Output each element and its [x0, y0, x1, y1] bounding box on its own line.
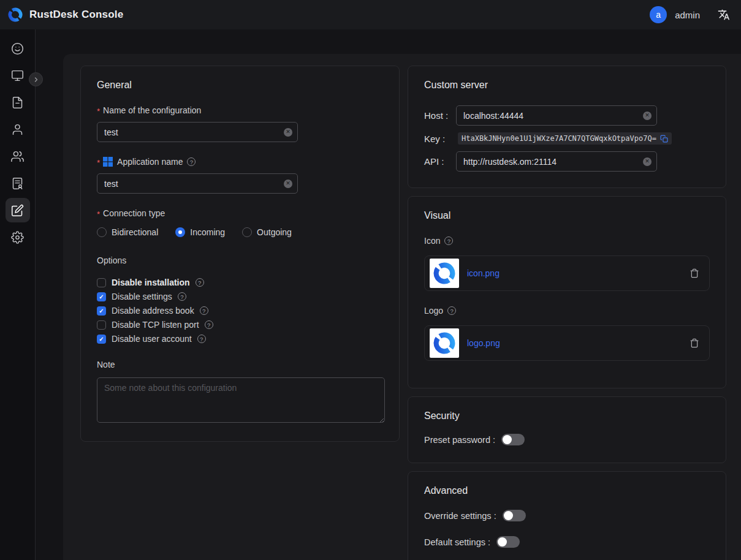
- checkbox-unchecked-icon[interactable]: [97, 278, 106, 287]
- general-card-title: General: [97, 80, 383, 91]
- general-card: General * Name of the configuration ✕ *: [80, 66, 400, 442]
- brand: RustDesk Console: [7, 7, 123, 23]
- default-settings-row: Default settings :: [424, 536, 710, 548]
- checkbox-checked-icon[interactable]: ✓: [97, 292, 106, 301]
- sidebar-item-users[interactable]: [0, 116, 36, 143]
- override-settings-row: Override settings :: [424, 510, 710, 521]
- radio-incoming[interactable]: Incoming: [175, 227, 225, 237]
- clear-input-icon[interactable]: ✕: [284, 180, 292, 188]
- toggle-knob: [503, 435, 512, 444]
- api-label: API :: [424, 156, 456, 167]
- trash-icon[interactable]: [690, 268, 699, 278]
- translate-icon[interactable]: [718, 9, 730, 21]
- sidebar-item-groups[interactable]: [0, 143, 36, 170]
- checkbox-checked-icon[interactable]: ✓: [97, 335, 106, 344]
- rustdesk-logo-icon: [7, 7, 23, 23]
- visual-card: Visual Icon ? icon.png: [408, 196, 726, 388]
- checkbox-checked-icon[interactable]: ✓: [97, 306, 106, 316]
- logo-file-link[interactable]: logo.png: [467, 338, 500, 348]
- monitor-icon: [6, 63, 30, 88]
- checkbox-row-disable-installation: Disable installation ?: [97, 278, 383, 287]
- required-asterisk: *: [97, 210, 100, 219]
- default-settings-label: Default settings :: [424, 537, 490, 547]
- user-avatar[interactable]: a: [650, 6, 667, 23]
- icon-file-row: icon.png: [424, 255, 710, 291]
- radio-bidirectional[interactable]: Bidirectional: [97, 227, 158, 237]
- file-review-icon: [6, 171, 30, 195]
- sidebar: [0, 29, 36, 560]
- logo-file-row: logo.png: [424, 325, 710, 361]
- default-settings-toggle[interactable]: [496, 536, 520, 548]
- radio-icon: [242, 227, 252, 237]
- override-settings-toggle[interactable]: [503, 510, 526, 521]
- advanced-card: Advanced Override settings : Default set…: [408, 471, 726, 560]
- toggle-knob: [498, 537, 507, 547]
- sidebar-item-documents[interactable]: [0, 89, 36, 116]
- help-icon[interactable]: ?: [447, 306, 456, 315]
- radio-outgoing[interactable]: Outgoing: [242, 227, 292, 237]
- options-label: Options: [97, 255, 383, 265]
- clear-input-icon[interactable]: ✕: [284, 128, 292, 137]
- sidebar-item-settings[interactable]: [0, 224, 36, 251]
- trash-icon[interactable]: [690, 338, 699, 348]
- server-key-chip: HtaXBkJNHyn0e1U1jWXze7A7CN7QTGWqxkOtpaVp…: [458, 132, 672, 145]
- content-panel: General * Name of the configuration ✕ *: [63, 54, 741, 560]
- sidebar-item-custom-clients[interactable]: [0, 197, 36, 224]
- app-name-field-label: * Application name ?: [97, 157, 383, 167]
- required-asterisk: *: [97, 107, 100, 116]
- help-icon[interactable]: ?: [178, 292, 186, 301]
- windows-logo-icon: [103, 157, 113, 167]
- checkbox-unchecked-icon[interactable]: [97, 320, 106, 330]
- radio-icon: [97, 227, 107, 237]
- key-label: Key :: [424, 134, 456, 144]
- toggle-knob: [504, 511, 513, 520]
- help-icon[interactable]: ?: [187, 157, 196, 166]
- user-group-icon: [6, 144, 30, 168]
- checkbox-row-disable-address-book: ✓ Disable address book ?: [97, 306, 383, 316]
- icon-thumbnail: [430, 259, 459, 288]
- file-text-icon: [6, 90, 30, 115]
- custom-server-card: Custom server Host : ✕ Key : HtaXBkJNHy: [408, 66, 726, 188]
- logo-upload-label: Logo ?: [424, 306, 710, 316]
- help-icon[interactable]: ?: [196, 278, 204, 287]
- username-label[interactable]: admin: [675, 10, 700, 20]
- user-icon: [6, 117, 30, 142]
- sidebar-item-dashboard[interactable]: [0, 35, 36, 62]
- preset-password-label: Preset password :: [424, 435, 495, 445]
- checkbox-row-disable-tcp-listen-port: Disable TCP listen port ?: [97, 320, 383, 330]
- help-icon[interactable]: ?: [205, 320, 213, 329]
- checkbox-row-disable-settings: ✓ Disable settings ?: [97, 292, 383, 301]
- security-card: Security Preset password :: [408, 396, 726, 463]
- note-label: Note: [97, 360, 383, 369]
- override-settings-label: Override settings :: [424, 511, 496, 521]
- connection-type-label: * Connection type: [97, 208, 383, 218]
- app-title: RustDesk Console: [29, 9, 123, 21]
- clear-input-icon[interactable]: ✕: [643, 157, 652, 166]
- logo-thumbnail: [430, 328, 459, 358]
- help-icon[interactable]: ?: [197, 335, 206, 343]
- application-name-input[interactable]: [97, 173, 298, 194]
- host-label: Host :: [424, 110, 456, 121]
- note-textarea[interactable]: [97, 377, 385, 423]
- api-input[interactable]: [456, 151, 657, 172]
- connection-type-radio-group: Bidirectional Incoming Outgoing: [97, 227, 383, 237]
- icon-file-link[interactable]: icon.png: [467, 268, 500, 278]
- name-field-label: * Name of the configuration: [97, 105, 383, 115]
- radio-icon: [175, 227, 185, 237]
- help-icon[interactable]: ?: [444, 236, 453, 245]
- advanced-title: Advanced: [424, 485, 710, 496]
- preset-password-toggle[interactable]: [501, 434, 525, 445]
- sidebar-collapse-button[interactable]: [29, 72, 43, 86]
- gear-icon: [6, 225, 30, 249]
- required-asterisk: *: [97, 158, 100, 167]
- smiley-icon: [6, 36, 30, 61]
- server-key-value: HtaXBkJNHyn0e1U1jWXze7A7CN7QTGWqxkOtpaVp…: [462, 134, 656, 143]
- clear-input-icon[interactable]: ✕: [643, 112, 652, 120]
- help-icon[interactable]: ?: [200, 306, 208, 315]
- sidebar-item-audit[interactable]: [0, 170, 36, 197]
- configuration-name-input[interactable]: [97, 122, 298, 142]
- preset-password-row: Preset password :: [424, 434, 710, 445]
- icon-upload-label: Icon ?: [424, 236, 710, 246]
- host-input[interactable]: [456, 105, 657, 126]
- copy-icon[interactable]: [660, 135, 668, 143]
